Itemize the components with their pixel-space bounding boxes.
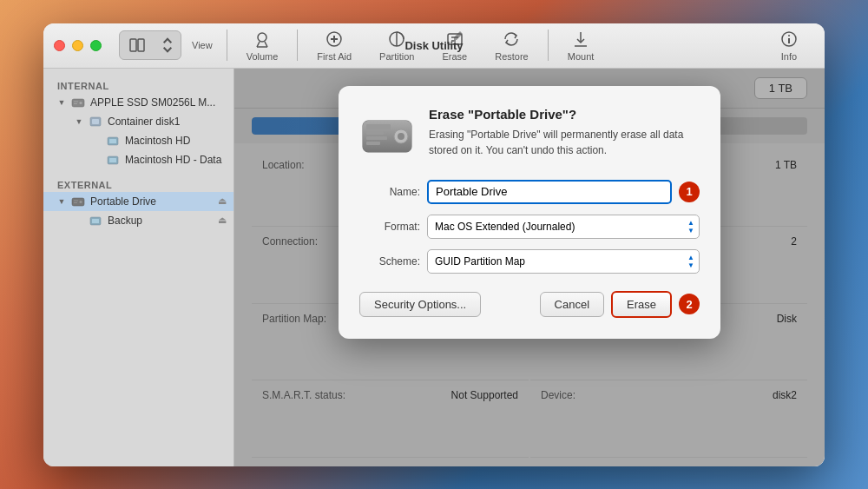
- sidebar-item-container-disk1[interactable]: ▼ Container disk1: [61, 112, 233, 131]
- svg-point-17: [788, 35, 790, 36]
- modal-description: Erasing "Portable Drive" will permanentl…: [429, 127, 700, 158]
- sidebar-children-container: Macintosh HD Macintosh HD - Data: [61, 131, 233, 169]
- svg-rect-33: [92, 219, 99, 223]
- volume-icon: [106, 134, 120, 148]
- container-icon: [89, 115, 102, 129]
- sidebar-item-portable-drive[interactable]: ▼ Portable Drive ⏏: [43, 192, 233, 211]
- security-options-button[interactable]: Security Options...: [359, 292, 481, 317]
- toolbar-divider-2: [297, 30, 298, 61]
- svg-rect-38: [366, 136, 387, 140]
- main-content: Internal ▼ APPLE SSD SM0256L M... ▼: [43, 69, 825, 466]
- content-area: 1 TB Location: External Capacity: 1 TB C: [234, 69, 825, 466]
- drive-icon: [71, 96, 85, 109]
- macintosh-hd-data-label: Macintosh HD - Data: [125, 154, 221, 166]
- view-label: View: [185, 40, 220, 50]
- cancel-button[interactable]: Cancel: [540, 292, 604, 317]
- titlebar: View Volume: [43, 23, 825, 69]
- window-title: Disk Utility: [404, 39, 463, 52]
- toolbar-divider-3: [548, 30, 549, 61]
- maximize-button[interactable]: [90, 40, 102, 51]
- container-disk1-label: Container disk1: [108, 116, 180, 128]
- name-input[interactable]: [427, 180, 672, 204]
- apple-ssd-label: APPLE SSD SM0256L M...: [90, 96, 227, 109]
- svg-rect-39: [366, 142, 380, 145]
- name-label: Name:: [359, 186, 420, 198]
- svg-line-3: [257, 42, 260, 47]
- portable-drive-icon: [71, 195, 85, 208]
- sidebar-view-button[interactable]: [120, 31, 155, 59]
- scheme-form-row: Scheme: GUID Partition Map Master Boot R…: [359, 249, 700, 274]
- toolbar-divider-1: [227, 30, 227, 61]
- modal-overlay: Erase "Portable Drive"? Erasing "Portabl…: [234, 69, 825, 466]
- modal-disk-image: [359, 107, 415, 162]
- volume-icon-2: [106, 153, 120, 167]
- step-2-badge: 2: [679, 294, 700, 314]
- name-form-row: Name: 1: [359, 180, 700, 204]
- modal-text: Erase "Portable Drive"? Erasing "Portabl…: [429, 107, 700, 162]
- svg-rect-18: [72, 99, 84, 107]
- svg-rect-36: [366, 124, 391, 129]
- sidebar-children-portable: Backup ⏏: [43, 211, 233, 230]
- modal-actions-right: Cancel Erase 2: [540, 291, 700, 318]
- format-select-wrapper: Mac OS Extended (Journaled) APFS MS-DOS …: [427, 215, 700, 239]
- sidebar-item-macintosh-hd-data[interactable]: Macintosh HD - Data: [78, 150, 233, 169]
- external-section-label: External: [43, 175, 233, 192]
- svg-rect-27: [109, 158, 116, 162]
- format-select[interactable]: Mac OS Extended (Journaled) APFS MS-DOS …: [427, 215, 700, 239]
- modal-title: Erase "Portable Drive"?: [429, 107, 700, 122]
- modal-header: Erase "Portable Drive"? Erasing "Portabl…: [359, 107, 700, 162]
- modal-actions: Security Options... Cancel Erase 2: [359, 291, 700, 318]
- step-1-badge: 1: [679, 182, 700, 202]
- svg-line-4: [265, 42, 267, 47]
- macintosh-hd-label: Macintosh HD: [125, 135, 190, 147]
- svg-point-41: [398, 133, 404, 140]
- traffic-lights: [54, 40, 102, 51]
- format-form-row: Format: Mac OS Extended (Journaled) APFS…: [359, 215, 700, 239]
- svg-rect-28: [72, 198, 84, 206]
- format-label: Format:: [359, 221, 420, 233]
- view-button-group: [119, 30, 181, 60]
- internal-section-label: Internal: [43, 76, 233, 93]
- close-button[interactable]: [54, 40, 65, 51]
- svg-point-2: [258, 33, 266, 42]
- chevron-down-icon: ▼: [57, 98, 66, 107]
- sidebar: Internal ▼ APPLE SSD SM0256L M... ▼: [43, 69, 234, 466]
- modal-form: Name: 1 Format: Mac OS Extended (Journal…: [359, 180, 700, 274]
- sidebar-children-ssd: ▼ Container disk1 Macintosh HD: [43, 112, 233, 169]
- sidebar-item-macintosh-hd[interactable]: Macintosh HD: [78, 131, 233, 150]
- svg-rect-25: [109, 139, 116, 143]
- volume-button[interactable]: Volume: [234, 26, 291, 65]
- svg-rect-23: [92, 119, 99, 124]
- scheme-label: Scheme:: [359, 255, 420, 268]
- scheme-select-wrapper: GUID Partition Map Master Boot Record Ap…: [427, 249, 700, 274]
- chevron-down-icon-2: ▼: [75, 117, 83, 126]
- toolbar: View Volume: [119, 26, 606, 65]
- erase-button[interactable]: Erase: [611, 291, 672, 318]
- first-aid-button[interactable]: First Aid: [305, 26, 364, 65]
- backup-icon: [89, 214, 102, 228]
- erase-dialog: Erase "Portable Drive"? Erasing "Portabl…: [339, 86, 720, 339]
- info-button[interactable]: Info: [771, 26, 807, 65]
- restore-button[interactable]: Restore: [483, 26, 541, 65]
- sidebar-item-apple-ssd[interactable]: ▼ APPLE SSD SM0256L M...: [43, 93, 233, 112]
- backup-eject-icon[interactable]: ⏏: [218, 215, 227, 226]
- minimize-button[interactable]: [72, 40, 83, 51]
- mount-button[interactable]: Mount: [556, 26, 607, 65]
- view-dropdown-button[interactable]: [155, 31, 181, 59]
- disk-utility-window: View Volume: [43, 23, 825, 466]
- svg-point-19: [80, 102, 82, 104]
- svg-rect-1: [138, 39, 144, 51]
- scheme-select[interactable]: GUID Partition Map Master Boot Record Ap…: [427, 249, 700, 274]
- sidebar-item-backup[interactable]: Backup ⏏: [61, 211, 233, 230]
- backup-label: Backup: [108, 215, 213, 227]
- eject-icon[interactable]: ⏏: [218, 195, 227, 207]
- svg-point-29: [80, 201, 82, 203]
- svg-rect-0: [130, 39, 136, 51]
- chevron-down-icon-3: ▼: [57, 197, 66, 206]
- svg-rect-37: [366, 131, 384, 135]
- portable-drive-label: Portable Drive: [90, 195, 213, 208]
